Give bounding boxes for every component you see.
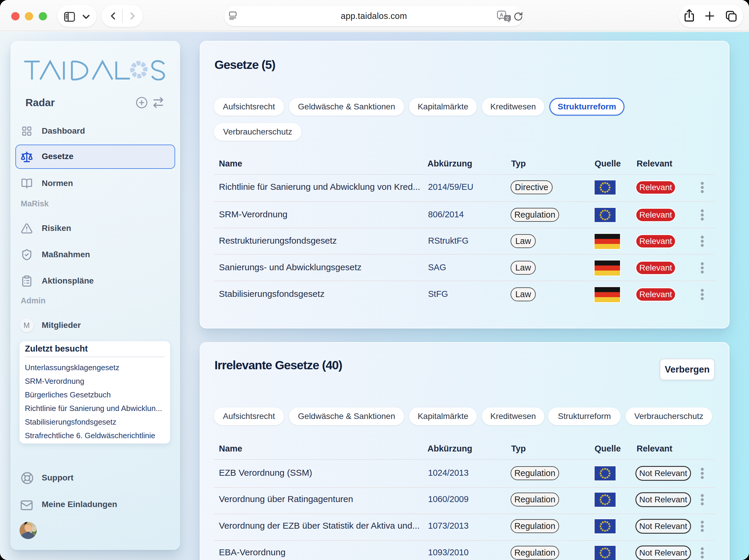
svg-text:A: A [500,12,503,18]
svg-text:文: 文 [506,16,510,21]
